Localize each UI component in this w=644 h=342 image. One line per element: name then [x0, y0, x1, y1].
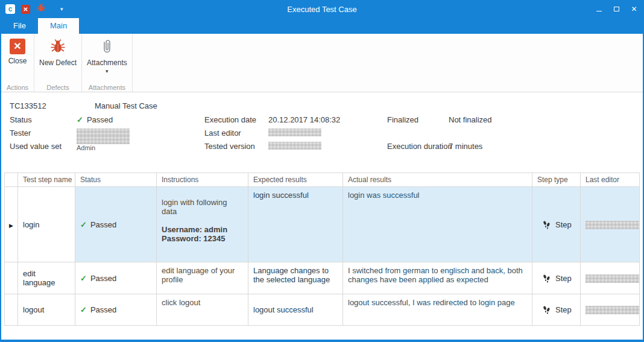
close-button[interactable]: ✕ Close [3, 36, 32, 83]
bug-icon [50, 39, 66, 56]
ribbon-group-attachments: Attachments ▾ Attachments [82, 34, 133, 92]
app-logo-icon: c [5, 4, 15, 14]
close-window-button[interactable]: ✕ [625, 0, 643, 18]
cell-last-editor[interactable] [581, 187, 640, 262]
cell-instructions[interactable]: edit language of your profile [157, 262, 248, 294]
cell-actual-results[interactable]: logout successful, I was redirected to l… [343, 294, 532, 326]
execution-date-value: 20.12.2017 14:08:32 [268, 115, 340, 124]
new-defect-button-label: New Defect [39, 59, 77, 67]
last-editor-redacted [586, 274, 640, 283]
details-panel: TC133512 Manual Test Case Status ✓Passed… [1, 97, 643, 154]
footprints-icon [542, 220, 551, 229]
window-controls: ✕ [590, 0, 643, 18]
minimize-button[interactable] [590, 0, 608, 18]
cell-status[interactable]: ✓Passed [75, 262, 157, 294]
used-value-set-value: Admin [77, 136, 130, 151]
execution-duration-value: 7 minutes [449, 142, 482, 151]
cell-expected-results[interactable]: logout successful [248, 294, 343, 326]
col-instructions[interactable]: Instructions [157, 173, 248, 187]
table-row-logout[interactable]: logout ✓Passed click logout logout succe… [5, 294, 640, 326]
check-icon: ✓ [80, 220, 87, 229]
check-icon: ✓ [77, 115, 83, 124]
table-header-row: Test step name Status Instructions Expec… [5, 173, 640, 187]
tested-version-label: Tested version [204, 142, 255, 151]
finalized-value: Not finalized [449, 115, 492, 124]
titlebar: c ✕ ▾ Executed Test Case ✕ [1, 0, 643, 18]
col-last-editor[interactable]: Last editor [581, 173, 640, 187]
cell-actual-results[interactable]: I switched from german to englisch and b… [343, 262, 532, 294]
test-case-id: TC133512 [10, 101, 46, 110]
chevron-down-icon[interactable]: ▾ [60, 6, 63, 12]
maximize-icon [614, 7, 619, 11]
footprints-icon [542, 274, 551, 283]
new-defect-button[interactable]: New Defect [36, 36, 80, 83]
check-icon: ✓ [80, 305, 87, 314]
cell-step-type[interactable]: Step [532, 294, 581, 326]
status-label: Status [10, 115, 32, 124]
maximize-button[interactable] [608, 0, 625, 18]
col-expected-results[interactable]: Expected results [248, 173, 343, 187]
cell-step-type[interactable]: Step [532, 187, 581, 262]
footprints-icon [542, 305, 551, 314]
test-steps-grid: Test step name Status Instructions Expec… [4, 173, 640, 326]
row-selector-header [5, 173, 18, 187]
attachments-button[interactable]: Attachments ▾ [84, 36, 130, 83]
execution-duration-label: Execution duration [387, 142, 452, 151]
group-label-actions: Actions [1, 84, 34, 91]
cell-step-name[interactable]: logout [18, 294, 75, 326]
cell-instructions[interactable]: click logout [157, 294, 248, 326]
finalized-label: Finalized [387, 115, 418, 124]
attachments-button-label: Attachments [87, 59, 127, 67]
row-selector[interactable]: ▶ [5, 187, 18, 262]
row-selector[interactable] [5, 294, 18, 326]
table-row-edit-language[interactable]: edit language ✓Passed edit language of y… [5, 262, 640, 294]
cell-last-editor[interactable] [581, 294, 640, 326]
chevron-down-icon: ▾ [106, 68, 109, 74]
tester-value-redacted [77, 128, 130, 136]
col-step-type[interactable]: Step type [532, 173, 581, 187]
tab-file[interactable]: File [1, 18, 38, 34]
cell-step-name[interactable]: login [18, 187, 75, 262]
cell-status[interactable]: ✓Passed [75, 187, 157, 262]
cell-last-editor[interactable] [581, 262, 640, 294]
cell-actual-results[interactable]: login was successful [343, 187, 532, 262]
table-row-login[interactable]: ▶ login ✓Passed login with following dat… [5, 187, 640, 262]
minimize-icon [596, 11, 602, 11]
col-actual-results[interactable]: Actual results [343, 173, 532, 187]
window-title: Executed Test Case [1, 5, 643, 14]
execution-date-label: Execution date [204, 115, 256, 124]
close-icon: ✕ [10, 39, 25, 54]
quick-access-toolbar: c ✕ ▾ [1, 3, 63, 15]
cell-step-name[interactable]: edit language [18, 262, 75, 294]
cell-expected-results[interactable]: Language changes to the selected languag… [248, 262, 343, 294]
col-test-step-name[interactable]: Test step name [18, 173, 75, 187]
cell-expected-results[interactable]: login successful [248, 187, 343, 262]
status-value: ✓Passed [77, 115, 113, 124]
tested-version-value-redacted [268, 142, 321, 150]
ribbon-group-defects: New Defect Defects [34, 34, 82, 92]
ribbon-group-actions: ✕ Close Actions [1, 34, 34, 92]
bug-icon[interactable] [36, 3, 46, 15]
group-label-defects: Defects [34, 84, 81, 91]
close-test-case-icon[interactable]: ✕ [21, 5, 30, 14]
group-label-attachments: Attachments [82, 84, 132, 91]
cell-instructions[interactable]: login with following data Username: admi… [157, 187, 248, 262]
used-value-set-label: Used value set [10, 142, 62, 151]
tester-label: Tester [10, 128, 31, 138]
close-button-label: Close [8, 57, 27, 65]
ribbon-tab-row: File Main [1, 18, 643, 34]
test-case-type: Manual Test Case [95, 101, 157, 110]
col-status[interactable]: Status [75, 173, 157, 187]
cell-status[interactable]: ✓Passed [75, 294, 157, 326]
row-selector[interactable] [5, 262, 18, 294]
current-row-arrow-icon: ▶ [9, 223, 13, 229]
last-editor-redacted [586, 221, 640, 229]
last-editor-redacted [586, 306, 640, 314]
last-editor-value-redacted [268, 128, 321, 136]
paperclip-icon [100, 39, 113, 56]
used-value-set-redacted [77, 136, 130, 144]
check-icon: ✓ [80, 274, 87, 283]
tab-main[interactable]: Main [38, 18, 79, 34]
cell-step-type[interactable]: Step [532, 262, 581, 294]
last-editor-label: Last editor [204, 128, 241, 138]
